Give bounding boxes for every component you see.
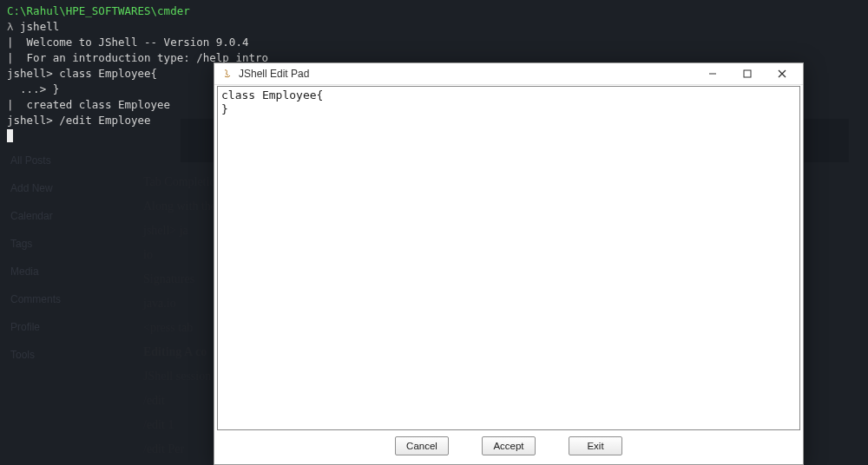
close-icon: [778, 69, 786, 78]
terminal-path: C:\Rahul\HPE_SOFTWARES\cmder: [7, 4, 190, 17]
close-button[interactable]: [765, 64, 799, 84]
exit-button[interactable]: Exit: [569, 436, 622, 455]
window-controls: [695, 64, 799, 84]
svg-rect-1: [744, 70, 751, 77]
cancel-button[interactable]: Cancel: [395, 436, 449, 455]
jshell-edit-pad-dialog: JShell Edit Pad class Employee{ } Cancel…: [214, 62, 804, 465]
maximize-button[interactable]: [730, 64, 765, 84]
maximize-icon: [743, 69, 752, 78]
terminal-cmd: jshell: [20, 20, 59, 33]
terminal-cursor: [7, 129, 13, 142]
java-icon: [221, 68, 233, 80]
accept-button[interactable]: Accept: [482, 436, 536, 455]
minimize-button[interactable]: [695, 64, 730, 84]
titlebar[interactable]: JShell Edit Pad: [214, 63, 803, 85]
prompt-lambda: λ: [7, 20, 14, 33]
button-bar: Cancel Accept Exit: [214, 431, 803, 464]
terminal-line: | Welcome to JShell -- Version 9.0.4: [7, 35, 861, 50]
dialog-title: JShell Edit Pad: [239, 68, 695, 80]
minimize-icon: [708, 69, 717, 78]
editor-textarea[interactable]: class Employee{ }: [217, 86, 800, 430]
